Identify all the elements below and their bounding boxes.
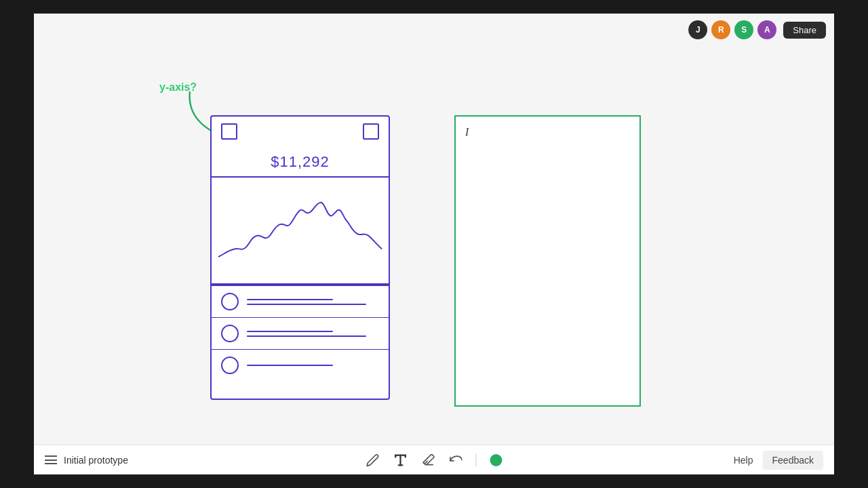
list-line-long-2 bbox=[247, 336, 366, 337]
green-rectangle[interactable]: I bbox=[454, 115, 641, 407]
document-title: Initial prototype bbox=[64, 455, 128, 466]
avatar-j[interactable]: J bbox=[688, 20, 707, 39]
hamburger-menu-icon[interactable] bbox=[45, 455, 57, 464]
pencil-tool[interactable] bbox=[366, 453, 380, 467]
list-item-2 bbox=[212, 318, 389, 350]
list-line-short bbox=[247, 299, 333, 300]
list-item-1 bbox=[212, 286, 389, 318]
list-lines-2 bbox=[247, 331, 379, 337]
list-lines-3 bbox=[247, 365, 379, 366]
list-area bbox=[212, 285, 389, 381]
list-line-short-3 bbox=[247, 365, 333, 366]
canvas-area[interactable]: J R S A Share y-axis? $11,292 bbox=[34, 14, 834, 445]
toolbar-divider bbox=[476, 454, 477, 466]
chart-area bbox=[212, 176, 389, 285]
hamburger-line-3 bbox=[45, 463, 57, 464]
color-picker-dot[interactable] bbox=[490, 454, 502, 466]
hamburger-line-1 bbox=[45, 455, 57, 457]
avatar-s[interactable]: S bbox=[734, 20, 753, 39]
eraser-tool[interactable] bbox=[422, 453, 435, 467]
top-bar: J R S A Share bbox=[680, 14, 834, 46]
list-item-3 bbox=[212, 350, 389, 381]
share-button[interactable]: Share bbox=[783, 22, 826, 39]
bottom-bar: Initial prototype bbox=[34, 445, 834, 474]
undo-tool[interactable] bbox=[449, 453, 462, 467]
list-line-long bbox=[247, 304, 366, 305]
avatar-a[interactable]: A bbox=[757, 20, 776, 39]
list-line-short-2 bbox=[247, 331, 333, 332]
bottom-right: Help Feedback bbox=[724, 451, 823, 470]
phone-top-bar bbox=[212, 117, 389, 146]
bottom-left: Initial prototype bbox=[45, 455, 128, 466]
avatar-r[interactable]: R bbox=[711, 20, 730, 39]
phone-wireframe: $11,292 bbox=[210, 115, 390, 400]
list-circle-3 bbox=[221, 357, 239, 374]
feedback-button[interactable]: Feedback bbox=[763, 451, 823, 470]
main-canvas: J R S A Share y-axis? $11,292 bbox=[34, 14, 834, 474]
phone-square-left bbox=[221, 123, 237, 140]
toolbar-center bbox=[366, 453, 502, 468]
text-cursor: I bbox=[465, 126, 469, 138]
help-button[interactable]: Help bbox=[724, 451, 763, 470]
text-tool[interactable] bbox=[393, 453, 408, 468]
phone-square-right bbox=[363, 123, 379, 140]
list-lines-1 bbox=[247, 299, 379, 305]
list-circle-1 bbox=[221, 293, 239, 310]
phone-value: $11,292 bbox=[212, 146, 389, 176]
hamburger-line-2 bbox=[45, 460, 57, 461]
list-circle-2 bbox=[221, 325, 239, 342]
